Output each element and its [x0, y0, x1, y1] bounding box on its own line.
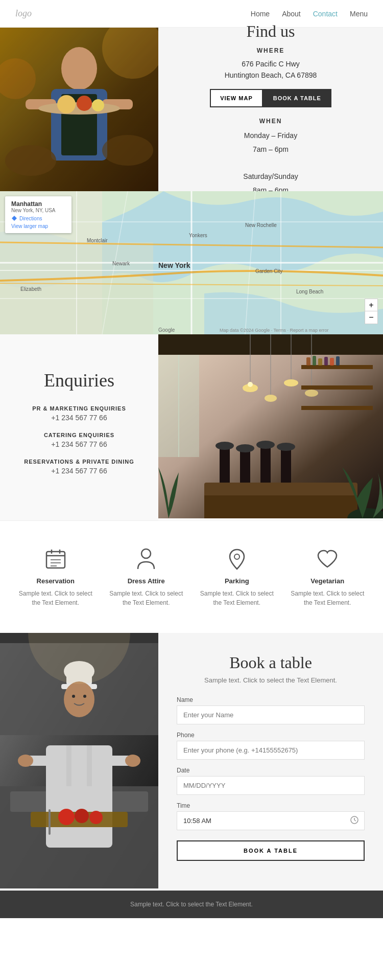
features-section: Reservation Sample text. Click to select… — [0, 520, 383, 633]
hero-buttons: VIEW MAP BOOK A TABLE — [210, 89, 331, 107]
name-input[interactable] — [177, 705, 365, 724]
svg-point-11 — [5, 145, 56, 176]
enquiries-image — [158, 334, 383, 520]
svg-rect-63 — [301, 406, 373, 410]
feature-reservation-title: Reservation — [15, 577, 97, 585]
book-title: Book a table — [177, 653, 365, 672]
nav-menu[interactable]: Menu — [350, 10, 368, 18]
svg-point-58 — [277, 443, 295, 451]
svg-point-12 — [102, 135, 153, 166]
chef-image-svg — [0, 633, 158, 888]
svg-rect-106 — [0, 633, 158, 888]
feature-parking-title: Parking — [196, 577, 278, 585]
footer: Sample text. Click to select the Text El… — [0, 891, 383, 918]
feature-reservation-desc: Sample text. Click to select the Text El… — [15, 589, 97, 607]
enquiries-image-svg — [158, 334, 383, 518]
svg-point-50 — [305, 390, 318, 397]
zoom-in-button[interactable]: + — [365, 299, 377, 311]
svg-rect-66 — [318, 358, 322, 366]
map-info-box: Manhattan New York, NY, USA Directions V… — [5, 196, 71, 233]
directions-icon — [11, 215, 17, 221]
svg-text:Newark: Newark — [112, 261, 130, 266]
book-table-button[interactable]: BOOK A TABLE — [263, 89, 331, 107]
weekday-time: 7am – 6pm — [253, 145, 289, 153]
pr-title: PR & MARKETING ENQUIRIES — [32, 405, 126, 412]
hero-section: Find us WHERE 676 Pacific C Hwy Huntingt… — [0, 28, 383, 191]
time-group: Time — [177, 802, 365, 830]
when-label: WHEN — [259, 118, 282, 125]
feature-vegetarian-title: Vegetarian — [286, 577, 368, 585]
map-section: New York Wayne Montclair Newark Yonkers … — [0, 191, 383, 334]
where-label: WHERE — [257, 47, 285, 54]
view-map-button[interactable]: VIEW MAP — [210, 89, 263, 107]
nav-contact[interactable]: Contact — [313, 10, 338, 18]
catering-phone: +1 234 567 77 66 — [44, 440, 114, 448]
pr-enquiry: PR & MARKETING ENQUIRIES +1 234 567 77 6… — [32, 405, 126, 422]
svg-rect-61 — [301, 365, 373, 369]
feature-dress-attire[interactable]: Dress Attire Sample text. Click to selec… — [105, 546, 187, 607]
svg-rect-65 — [313, 356, 316, 366]
nav-links: Home About Contact Menu — [251, 10, 368, 18]
svg-point-44 — [248, 382, 253, 387]
svg-point-46 — [265, 395, 277, 402]
view-larger-map-link[interactable]: View larger map — [11, 223, 65, 229]
nav-home[interactable]: Home — [251, 10, 270, 18]
nav-about[interactable]: About — [282, 10, 301, 18]
weekend-hours: Saturday/Sunday — [243, 172, 298, 180]
svg-rect-62 — [301, 385, 373, 390]
svg-point-10 — [92, 99, 104, 111]
svg-point-9 — [77, 96, 92, 111]
pr-phone: +1 234 567 77 66 — [32, 414, 126, 422]
calendar-icon — [43, 546, 68, 571]
svg-rect-69 — [336, 356, 340, 366]
feature-dress-desc: Sample text. Click to select the Text El… — [105, 589, 187, 607]
svg-text:Map data ©2024 Google · Terms : Map data ©2024 Google · Terms · Report a… — [220, 328, 329, 333]
svg-point-8 — [57, 95, 76, 113]
svg-point-56 — [256, 441, 275, 449]
hours: Monday – Friday 7am – 6pm Saturday/Sunda… — [243, 129, 298, 197]
zoom-out-button[interactable]: − — [365, 311, 377, 324]
svg-text:Long Beach: Long Beach — [296, 289, 323, 294]
feature-parking[interactable]: Parking Sample text. Click to select the… — [196, 546, 278, 607]
weekday-hours: Monday – Friday — [244, 131, 297, 140]
map-zoom-controls: + − — [365, 299, 378, 324]
footer-text: Sample text. Click to select the Text El… — [130, 901, 253, 908]
enquiries-title: Enquiries — [44, 370, 114, 391]
svg-rect-64 — [306, 357, 310, 366]
svg-point-52 — [216, 442, 234, 450]
time-input[interactable] — [177, 811, 365, 830]
hero-image — [0, 28, 158, 191]
phone-input[interactable] — [177, 741, 365, 760]
find-us-info: Find us WHERE 676 Pacific C Hwy Huntingt… — [158, 28, 383, 191]
book-subtitle: Sample text. Click to select the Text El… — [177, 676, 365, 684]
svg-text:Yonkers: Yonkers — [189, 233, 207, 238]
svg-point-81 — [234, 554, 240, 559]
catering-title: CATERING ENQUIRIES — [44, 432, 114, 438]
clock-icon — [350, 816, 358, 826]
book-form-button[interactable]: BOOK A TABLE — [177, 840, 365, 861]
navigation: logo Home About Contact Menu — [0, 0, 383, 28]
time-label: Time — [177, 802, 365, 809]
map-directions-link[interactable]: Directions — [19, 216, 42, 221]
date-input[interactable] — [177, 776, 365, 795]
date-group: Date — [177, 767, 365, 795]
svg-text:New York: New York — [158, 261, 190, 269]
address-line1: 676 Pacific C Hwy — [242, 60, 300, 68]
feature-dress-title: Dress Attire — [105, 577, 187, 585]
feature-parking-desc: Sample text. Click to select the Text El… — [196, 589, 278, 607]
feature-reservation[interactable]: Reservation Sample text. Click to select… — [15, 546, 97, 607]
phone-label: Phone — [177, 732, 365, 739]
feature-vegetarian-desc: Sample text. Click to select the Text El… — [286, 589, 368, 607]
feature-vegetarian[interactable]: Vegetarian Sample text. Click to select … — [286, 546, 368, 607]
svg-text:Google: Google — [158, 327, 175, 333]
svg-rect-60 — [204, 495, 357, 518]
svg-point-80 — [141, 549, 151, 558]
enquiries-section: Enquiries PR & MARKETING ENQUIRIES +1 23… — [0, 334, 383, 520]
name-label: Name — [177, 696, 365, 703]
book-form-area: Book a table Sample text. Click to selec… — [158, 633, 383, 891]
svg-point-2 — [61, 47, 97, 90]
svg-rect-68 — [330, 358, 334, 366]
find-us-title: Find us — [246, 22, 295, 41]
chef-image — [0, 633, 158, 891]
svg-rect-67 — [324, 357, 328, 366]
